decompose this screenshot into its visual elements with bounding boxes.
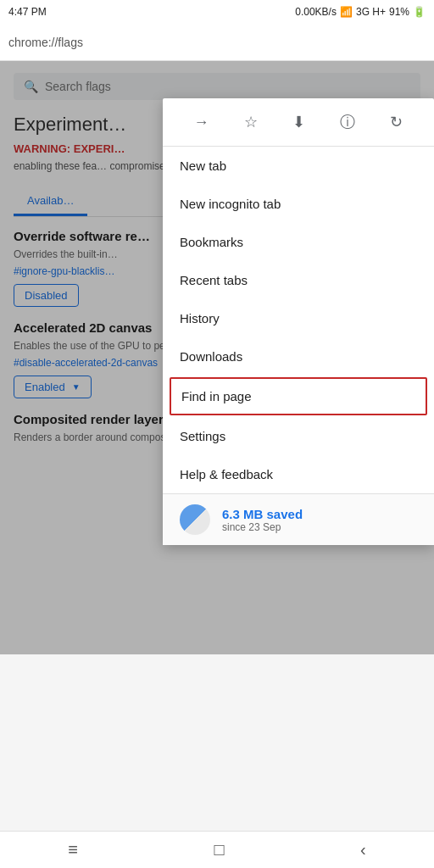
home-icon[interactable]: □: [214, 840, 224, 860]
download-icon[interactable]: ⬇: [286, 109, 312, 135]
signal-label: 3G H+: [356, 6, 386, 18]
menu-toolbar: → ☆ ⬇ ⓘ ↻: [163, 98, 434, 147]
menu-item-recent-tabs[interactable]: Recent tabs: [163, 261, 434, 299]
data-saved-date: since 23 Sep: [222, 521, 303, 533]
url-display[interactable]: chrome://flags: [8, 36, 426, 49]
battery-label: 91%: [389, 6, 409, 18]
dropdown-menu: → ☆ ⬇ ⓘ ↻ New tab New incognito tab Book…: [163, 98, 434, 545]
star-icon[interactable]: ☆: [237, 109, 264, 135]
back-icon[interactable]: ‹: [360, 840, 366, 860]
info-icon[interactable]: ⓘ: [333, 108, 362, 136]
hamburger-icon[interactable]: ≡: [68, 840, 78, 860]
status-bar: 4:47 PM 0.00KB/s 📶 3G H+ 91% 🔋: [0, 0, 434, 24]
signal-icon: 📶: [340, 6, 353, 18]
menu-item-downloads[interactable]: Downloads: [163, 337, 434, 376]
menu-item-find-in-page[interactable]: Find in page: [170, 377, 427, 415]
battery-icon: 🔋: [413, 6, 426, 18]
refresh-icon[interactable]: ↻: [383, 109, 409, 135]
menu-item-new-tab[interactable]: New tab: [163, 147, 434, 185]
forward-icon[interactable]: →: [187, 110, 216, 135]
menu-item-incognito[interactable]: New incognito tab: [163, 185, 434, 223]
data-saved-amount: 6.3 MB saved: [222, 507, 303, 521]
menu-item-bookmarks[interactable]: Bookmarks: [163, 223, 434, 261]
time: 4:47 PM: [8, 6, 47, 18]
main-content: 🔍 Experiment… WARNING: EXPERI… enabling …: [0, 61, 434, 654]
status-right: 0.00KB/s 📶 3G H+ 91% 🔋: [295, 6, 426, 18]
menu-item-settings[interactable]: Settings: [163, 417, 434, 455]
data-speed: 0.00KB/s: [295, 6, 337, 18]
menu-item-history[interactable]: History: [163, 299, 434, 337]
find-in-page-container: Find in page: [163, 376, 434, 417]
bottom-nav: ≡ □ ‹: [0, 831, 434, 868]
status-left: 4:47 PM: [8, 6, 47, 18]
data-saved-row[interactable]: 6.3 MB saved since 23 Sep: [163, 494, 434, 545]
address-bar: chrome://flags: [0, 24, 434, 61]
menu-item-help[interactable]: Help & feedback: [163, 455, 434, 493]
data-saver-icon: [180, 504, 210, 535]
data-saved-text: 6.3 MB saved since 23 Sep: [222, 507, 303, 533]
